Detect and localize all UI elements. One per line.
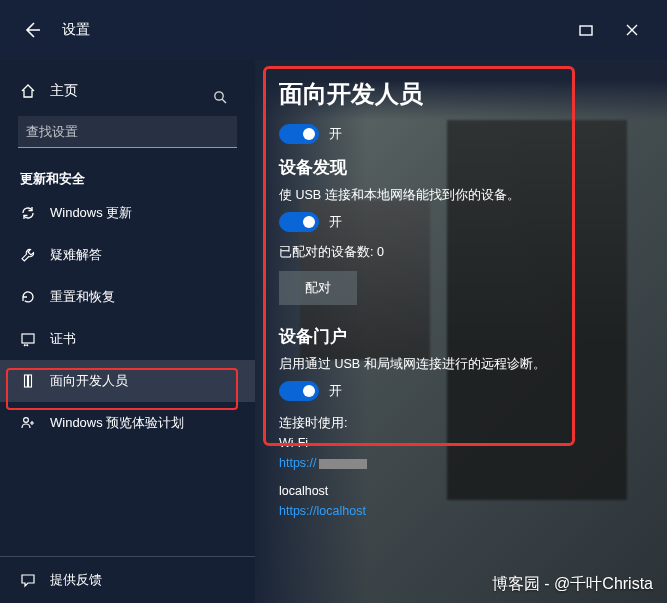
- sidebar-item-troubleshoot[interactable]: 疑难解答: [0, 234, 255, 276]
- sidebar-item-insider[interactable]: Windows 预览体验计划: [0, 402, 255, 444]
- history-icon: [20, 289, 36, 305]
- sidebar-item-label: Windows 预览体验计划: [50, 414, 184, 432]
- developer-mode-toggle[interactable]: [279, 124, 319, 144]
- page-title: 面向开发人员: [279, 78, 647, 110]
- developer-icon: [20, 373, 36, 389]
- device-portal-desc: 启用通过 USB 和局域网连接进行的远程诊断。: [279, 356, 647, 373]
- sidebar-item-recovery[interactable]: 重置和恢复: [0, 276, 255, 318]
- connection-info: 连接时使用: Wi-Fi https:// localhost https://…: [279, 413, 647, 521]
- feedback-link[interactable]: 提供反馈: [0, 556, 255, 603]
- device-discovery-heading: 设备发现: [279, 156, 647, 179]
- settings-window: 设置 主页 更新和安全: [0, 0, 667, 603]
- svg-rect-2: [22, 334, 34, 343]
- sidebar-item-label: Windows 更新: [50, 204, 132, 222]
- maximize-button[interactable]: [563, 10, 609, 50]
- sidebar-item-label: 面向开发人员: [50, 372, 128, 390]
- watermark: 博客园 - @千叶Christa: [492, 574, 653, 595]
- certificate-icon: [20, 331, 36, 347]
- localhost-label: localhost: [279, 481, 647, 501]
- device-discovery-toggle[interactable]: [279, 212, 319, 232]
- sync-icon: [20, 205, 36, 221]
- sidebar: 主页 更新和安全 Windows 更新 疑难解答: [0, 60, 255, 603]
- device-discovery-toggle-row: 开: [279, 212, 647, 232]
- back-button[interactable]: [20, 18, 44, 42]
- feedback-icon: [20, 572, 36, 588]
- titlebar: 设置: [0, 0, 667, 60]
- svg-rect-4: [29, 375, 32, 387]
- sidebar-item-label: 重置和恢复: [50, 288, 115, 306]
- window-title: 设置: [62, 21, 90, 39]
- content-pane: 面向开发人员 开 设备发现 使 USB 连接和本地网络能找到你的设备。 开 已配…: [255, 60, 667, 603]
- wifi-label: Wi-Fi: [279, 433, 647, 453]
- wrench-icon: [20, 247, 36, 263]
- feedback-label: 提供反馈: [50, 571, 102, 589]
- insider-icon: [20, 415, 36, 431]
- svg-point-5: [24, 418, 29, 423]
- toggle-state: 开: [329, 382, 342, 400]
- home-label: 主页: [50, 82, 78, 100]
- search-input[interactable]: [18, 116, 237, 148]
- home-link[interactable]: 主页: [0, 72, 255, 110]
- close-button[interactable]: [609, 10, 655, 50]
- device-portal-toggle[interactable]: [279, 381, 319, 401]
- sidebar-item-certificates[interactable]: 证书: [0, 318, 255, 360]
- section-header: 更新和安全: [0, 160, 255, 192]
- device-discovery-desc: 使 USB 连接和本地网络能找到你的设备。: [279, 187, 647, 204]
- sidebar-item-label: 证书: [50, 330, 76, 348]
- pair-button[interactable]: 配对: [279, 271, 357, 305]
- search-wrap: [0, 110, 255, 160]
- device-portal-heading: 设备门户: [279, 325, 647, 348]
- developer-mode-toggle-row: 开: [279, 124, 647, 144]
- sidebar-item-label: 疑难解答: [50, 246, 102, 264]
- sidebar-item-windows-update[interactable]: Windows 更新: [0, 192, 255, 234]
- wifi-link[interactable]: https://: [279, 453, 647, 473]
- sidebar-item-for-developers[interactable]: 面向开发人员: [0, 360, 255, 402]
- svg-rect-0: [580, 26, 592, 35]
- device-portal-toggle-row: 开: [279, 381, 647, 401]
- localhost-link[interactable]: https://localhost: [279, 501, 647, 521]
- toggle-state: 开: [329, 125, 342, 143]
- paired-count: 已配对的设备数: 0: [279, 244, 647, 261]
- connection-label: 连接时使用:: [279, 413, 647, 433]
- svg-rect-3: [25, 375, 28, 387]
- home-icon: [20, 83, 36, 99]
- toggle-state: 开: [329, 213, 342, 231]
- redacted-icon: [319, 459, 367, 469]
